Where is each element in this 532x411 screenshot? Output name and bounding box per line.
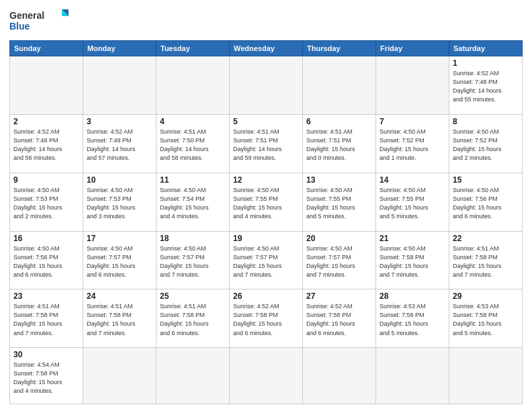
day-info: Sunrise: 4:50 AMSunset: 7:53 PMDaylight:…	[13, 186, 79, 221]
day-number: 19	[233, 234, 299, 243]
day-info: Sunrise: 4:50 AMSunset: 7:52 PMDaylight:…	[453, 128, 519, 163]
calendar-row-1: 1Sunrise: 4:52 AMSunset: 7:48 PMDaylight…	[10, 56, 523, 115]
calendar-cell	[230, 348, 303, 404]
day-info: Sunrise: 4:51 AMSunset: 7:50 PMDaylight:…	[160, 128, 226, 163]
calendar-cell: 4Sunrise: 4:51 AMSunset: 7:50 PMDaylight…	[157, 114, 230, 173]
svg-text:General: General	[9, 10, 44, 21]
day-info: Sunrise: 4:50 AMSunset: 7:57 PMDaylight:…	[233, 244, 299, 279]
day-number: 23	[13, 291, 79, 301]
day-info: Sunrise: 4:53 AMSunset: 7:58 PMDaylight:…	[453, 302, 519, 337]
day-info: Sunrise: 4:50 AMSunset: 7:57 PMDaylight:…	[306, 244, 372, 279]
day-info: Sunrise: 4:52 AMSunset: 7:48 PMDaylight:…	[453, 69, 519, 104]
calendar-cell	[376, 348, 449, 404]
calendar-row-2: 2Sunrise: 4:52 AMSunset: 7:48 PMDaylight…	[10, 114, 523, 173]
calendar-body: 1Sunrise: 4:52 AMSunset: 7:48 PMDaylight…	[10, 56, 523, 404]
calendar-cell: 28Sunrise: 4:53 AMSunset: 7:58 PMDayligh…	[376, 289, 449, 348]
day-number: 18	[160, 234, 226, 243]
calendar-cell	[303, 56, 376, 115]
calendar-cell	[83, 348, 157, 404]
day-number: 12	[233, 175, 299, 185]
day-info: Sunrise: 4:51 AMSunset: 7:58 PMDaylight:…	[453, 244, 519, 279]
calendar-cell: 23Sunrise: 4:51 AMSunset: 7:58 PMDayligh…	[10, 289, 83, 348]
calendar-cell: 19Sunrise: 4:50 AMSunset: 7:57 PMDayligh…	[230, 231, 303, 289]
day-number: 29	[453, 291, 519, 301]
calendar-cell: 17Sunrise: 4:50 AMSunset: 7:57 PMDayligh…	[83, 231, 157, 289]
calendar-cell: 13Sunrise: 4:50 AMSunset: 7:55 PMDayligh…	[303, 173, 376, 231]
weekday-header-monday: Monday	[83, 41, 157, 56]
day-number: 30	[13, 350, 79, 359]
calendar-cell: 8Sunrise: 4:50 AMSunset: 7:52 PMDaylight…	[449, 114, 523, 173]
weekday-header-wednesday: Wednesday	[230, 41, 303, 56]
calendar: SundayMondayTuesdayWednesdayThursdayFrid…	[9, 40, 523, 404]
calendar-cell: 3Sunrise: 4:52 AMSunset: 7:49 PMDaylight…	[83, 114, 157, 173]
day-info: Sunrise: 4:51 AMSunset: 7:58 PMDaylight:…	[13, 302, 79, 337]
svg-text:Blue: Blue	[9, 21, 30, 32]
calendar-cell: 10Sunrise: 4:50 AMSunset: 7:53 PMDayligh…	[83, 173, 157, 231]
day-info: Sunrise: 4:51 AMSunset: 7:51 PMDaylight:…	[306, 128, 372, 163]
day-info: Sunrise: 4:50 AMSunset: 7:55 PMDaylight:…	[233, 186, 299, 221]
day-number: 26	[233, 291, 299, 301]
day-info: Sunrise: 4:50 AMSunset: 7:56 PMDaylight:…	[13, 244, 79, 279]
calendar-cell: 26Sunrise: 4:52 AMSunset: 7:58 PMDayligh…	[230, 289, 303, 348]
page: General Blue SundayMondayTuesdayWednesda…	[0, 0, 532, 411]
day-info: Sunrise: 4:50 AMSunset: 7:57 PMDaylight:…	[160, 244, 226, 279]
calendar-cell	[10, 56, 83, 115]
calendar-cell: 9Sunrise: 4:50 AMSunset: 7:53 PMDaylight…	[10, 173, 83, 231]
calendar-cell	[449, 348, 523, 404]
header: General Blue	[9, 7, 523, 35]
day-number: 6	[306, 117, 372, 126]
calendar-cell: 25Sunrise: 4:51 AMSunset: 7:58 PMDayligh…	[157, 289, 230, 348]
calendar-cell: 12Sunrise: 4:50 AMSunset: 7:55 PMDayligh…	[230, 173, 303, 231]
day-number: 24	[87, 291, 152, 301]
day-number: 11	[160, 175, 226, 185]
calendar-cell: 29Sunrise: 4:53 AMSunset: 7:58 PMDayligh…	[449, 289, 523, 348]
day-number: 14	[380, 175, 445, 185]
day-number: 4	[160, 117, 226, 126]
calendar-cell: 14Sunrise: 4:50 AMSunset: 7:55 PMDayligh…	[376, 173, 449, 231]
calendar-cell: 27Sunrise: 4:52 AMSunset: 7:58 PMDayligh…	[303, 289, 376, 348]
calendar-cell: 18Sunrise: 4:50 AMSunset: 7:57 PMDayligh…	[157, 231, 230, 289]
day-info: Sunrise: 4:51 AMSunset: 7:58 PMDaylight:…	[160, 302, 226, 337]
calendar-cell: 1Sunrise: 4:52 AMSunset: 7:48 PMDaylight…	[449, 56, 523, 115]
calendar-cell: 11Sunrise: 4:50 AMSunset: 7:54 PMDayligh…	[157, 173, 230, 231]
calendar-cell: 30Sunrise: 4:54 AMSunset: 7:58 PMDayligh…	[10, 348, 83, 404]
day-info: Sunrise: 4:50 AMSunset: 7:54 PMDaylight:…	[160, 186, 226, 221]
calendar-cell	[230, 56, 303, 115]
day-number: 3	[87, 117, 152, 126]
day-info: Sunrise: 4:50 AMSunset: 7:52 PMDaylight:…	[380, 128, 445, 163]
calendar-cell	[157, 56, 230, 115]
day-number: 21	[380, 234, 445, 243]
day-info: Sunrise: 4:51 AMSunset: 7:51 PMDaylight:…	[233, 128, 299, 163]
calendar-cell: 21Sunrise: 4:50 AMSunset: 7:58 PMDayligh…	[376, 231, 449, 289]
calendar-cell: 6Sunrise: 4:51 AMSunset: 7:51 PMDaylight…	[303, 114, 376, 173]
day-number: 8	[453, 117, 519, 126]
calendar-row-6: 30Sunrise: 4:54 AMSunset: 7:58 PMDayligh…	[10, 348, 523, 404]
calendar-cell: 2Sunrise: 4:52 AMSunset: 7:48 PMDaylight…	[10, 114, 83, 173]
day-number: 15	[453, 175, 519, 185]
day-number: 2	[13, 117, 79, 126]
day-number: 20	[306, 234, 372, 243]
day-info: Sunrise: 4:50 AMSunset: 7:55 PMDaylight:…	[306, 186, 372, 221]
day-number: 1	[453, 58, 519, 68]
weekday-header-saturday: Saturday	[449, 41, 523, 56]
day-info: Sunrise: 4:50 AMSunset: 7:55 PMDaylight:…	[380, 186, 445, 221]
calendar-cell	[83, 56, 157, 115]
calendar-cell: 22Sunrise: 4:51 AMSunset: 7:58 PMDayligh…	[449, 231, 523, 289]
calendar-cell: 7Sunrise: 4:50 AMSunset: 7:52 PMDaylight…	[376, 114, 449, 173]
day-info: Sunrise: 4:50 AMSunset: 7:53 PMDaylight:…	[87, 186, 152, 221]
calendar-cell: 20Sunrise: 4:50 AMSunset: 7:57 PMDayligh…	[303, 231, 376, 289]
day-info: Sunrise: 4:52 AMSunset: 7:48 PMDaylight:…	[13, 128, 79, 163]
day-number: 28	[380, 291, 445, 301]
weekday-header-thursday: Thursday	[303, 41, 376, 56]
day-number: 17	[87, 234, 152, 243]
weekday-header-friday: Friday	[376, 41, 449, 56]
calendar-cell	[303, 348, 376, 404]
day-info: Sunrise: 4:51 AMSunset: 7:58 PMDaylight:…	[87, 302, 152, 337]
day-number: 9	[13, 175, 79, 185]
day-number: 10	[87, 175, 152, 185]
day-info: Sunrise: 4:50 AMSunset: 7:57 PMDaylight:…	[87, 244, 152, 279]
day-info: Sunrise: 4:52 AMSunset: 7:58 PMDaylight:…	[233, 302, 299, 337]
calendar-cell	[157, 348, 230, 404]
logo: General Blue	[9, 7, 70, 35]
calendar-cell: 5Sunrise: 4:51 AMSunset: 7:51 PMDaylight…	[230, 114, 303, 173]
